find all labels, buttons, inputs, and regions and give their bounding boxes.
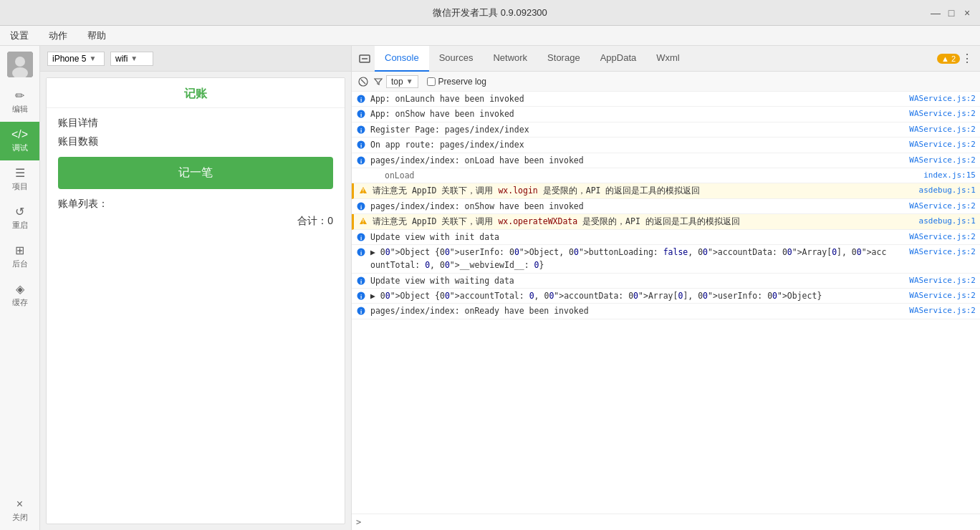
sidebar-label-project: 项目	[12, 181, 28, 192]
log-source[interactable]: WAService.js:2	[890, 200, 976, 213]
sidebar-label-cache: 缓存	[12, 297, 28, 308]
log-text: Update view with init data	[370, 231, 890, 244]
tab-sources[interactable]: Sources	[429, 46, 484, 72]
log-source[interactable]: WAService.js:2	[890, 274, 976, 287]
maximize-button[interactable]: □	[946, 7, 957, 19]
preserve-log-checkbox[interactable]	[427, 77, 436, 86]
minimize-button[interactable]: —	[930, 7, 941, 19]
sidebar-item-cache[interactable]: ◈ 缓存	[0, 276, 39, 315]
sidebar-item-edit[interactable]: ✏ 编辑	[0, 83, 39, 122]
log-text: Update view with waiting data	[370, 274, 890, 287]
log-icon: i	[356, 247, 366, 257]
sidebar-item-backend[interactable]: ⊞ 后台	[0, 238, 39, 276]
console-log[interactable]: iApp: onLaunch have been invokedWAServic…	[352, 92, 980, 514]
log-entry[interactable]: !请注意无 AppID 关联下，调用 wx.login 是受限的，API 的返回…	[352, 183, 980, 198]
tab-console[interactable]: Console	[375, 46, 429, 72]
context-arrow-icon: ▼	[406, 77, 413, 85]
log-icon: i	[356, 125, 366, 135]
bill-list-label: 账单列表：	[58, 198, 333, 211]
main-container: ✏ 编辑 </> 调试 ☰ 项目 ↺ 重启 ⊞ 后台 ◈ 缓存 × 关闭	[0, 46, 980, 530]
log-icon: i	[356, 306, 366, 316]
tab-storage[interactable]: Storage	[537, 46, 590, 72]
tab-appdata[interactable]: AppData	[590, 46, 647, 72]
log-text: App: onLaunch have been invoked	[370, 92, 890, 105]
menu-help[interactable]: 帮助	[85, 28, 109, 44]
log-entry[interactable]: i▶ 00">Object {00">userInfo: 00">Object,…	[352, 245, 980, 274]
close-button[interactable]: ×	[961, 7, 973, 19]
warning-badge: ▲ 2	[937, 54, 960, 64]
log-entry[interactable]: iApp: onShow have been invokedWAService.…	[352, 107, 980, 122]
record-button[interactable]: 记一笔	[58, 157, 333, 189]
titlebar-controls: — □ ×	[930, 7, 973, 19]
log-source[interactable]: WAService.js:2	[890, 138, 976, 151]
log-text: pages/index/index: onReady have been inv…	[370, 304, 890, 317]
log-entry[interactable]: ipages/index/index: onShow have been inv…	[352, 199, 980, 214]
sidebar-item-restart[interactable]: ↺ 重启	[0, 199, 39, 238]
network-selector[interactable]: wifi ▼	[110, 52, 153, 66]
sidebar-label-debug: 调试	[12, 143, 28, 153]
log-source[interactable]: asdebug.js:1	[890, 215, 976, 228]
log-source[interactable]: WAService.js:2	[890, 107, 976, 120]
bill-total: 合计：0	[58, 215, 333, 228]
log-entry[interactable]: ipages/index/index: onLoad have been inv…	[352, 153, 980, 168]
log-text: 请注意无 AppID 关联下，调用 wx.operateWXData 是受限的，…	[373, 215, 890, 228]
log-source[interactable]: WAService.js:2	[890, 231, 976, 244]
log-entry[interactable]: i▶ 00">Object {00">accountTotal: 0, 00">…	[352, 289, 980, 304]
log-source[interactable]: WAService.js:2	[890, 154, 976, 167]
log-entry[interactable]: iUpdate view with init dataWAService.js:…	[352, 230, 980, 245]
clear-console-button[interactable]	[356, 74, 370, 89]
tab-network[interactable]: Network	[483, 46, 537, 72]
backend-icon: ⊞	[15, 245, 24, 256]
sidebar-item-close[interactable]: × 关闭	[0, 491, 39, 530]
tab-storage-label: Storage	[547, 52, 580, 63]
log-entry[interactable]: iUpdate view with waiting dataWAService.…	[352, 274, 980, 289]
tab-sources-label: Sources	[439, 52, 474, 63]
console-input[interactable]	[365, 517, 976, 527]
log-source[interactable]: WAService.js:2	[890, 246, 976, 259]
network-name: wifi	[115, 54, 128, 64]
context-selector[interactable]: top ▼	[386, 75, 418, 88]
edit-icon: ✏	[15, 90, 24, 102]
sidebar-label-restart: 重启	[12, 220, 28, 231]
log-entry[interactable]: ipages/index/index: onReady have been in…	[352, 304, 980, 319]
warning-badge-text: ▲ 2	[941, 54, 956, 63]
log-source[interactable]: index.js:15	[890, 169, 976, 182]
log-text: App: onShow have been invoked	[370, 107, 890, 120]
tab-wxml[interactable]: Wxml	[646, 46, 690, 72]
log-entry[interactable]: iOn app route: pages/index/indexWAServic…	[352, 138, 980, 153]
avatar	[7, 52, 33, 77]
tab-console-label: Console	[385, 52, 419, 63]
log-icon: i	[356, 291, 366, 301]
project-icon: ☰	[15, 168, 25, 179]
log-text: ▶ 00">Object {00">userInfo: 00">Object, …	[370, 246, 890, 272]
log-source[interactable]: WAService.js:2	[890, 92, 976, 105]
svg-point-1	[15, 57, 25, 67]
log-entry[interactable]: iApp: onLaunch have been invokedWAServic…	[352, 92, 980, 107]
sidebar-item-debug[interactable]: </> 调试	[0, 122, 39, 160]
devtools-menu-button[interactable]: ⋮	[960, 52, 974, 66]
log-text: pages/index/index: onShow have been invo…	[370, 200, 890, 213]
log-entry[interactable]: !请注意无 AppID 关联下，调用 wx.operateWXData 是受限的…	[352, 214, 980, 229]
log-icon: i	[356, 201, 366, 211]
log-source[interactable]: WAService.js:2	[890, 304, 976, 317]
devtools-panel: Console Sources Network Storage AppData …	[352, 46, 980, 530]
log-source[interactable]: WAService.js:2	[890, 289, 976, 302]
log-icon: i	[356, 232, 366, 242]
sidebar-item-project[interactable]: ☰ 项目	[0, 160, 39, 199]
log-entry[interactable]: iRegister Page: pages/index/indexWAServi…	[352, 122, 980, 138]
log-entry[interactable]: onLoadindex.js:15	[352, 168, 980, 183]
preserve-log-label[interactable]: Preserve log	[438, 77, 486, 87]
menu-settings[interactable]: 设置	[7, 28, 32, 44]
svg-text:!: !	[362, 188, 365, 195]
log-text: ▶ 00">Object {00">accountTotal: 0, 00">a…	[370, 289, 890, 302]
sidebar-label-backend: 后台	[12, 259, 28, 269]
log-text: Register Page: pages/index/index	[370, 123, 890, 136]
device-selector[interactable]: iPhone 5 ▼	[47, 52, 105, 66]
network-arrow-icon: ▼	[130, 54, 138, 62]
menu-actions[interactable]: 动作	[46, 28, 70, 44]
log-source[interactable]: WAService.js:2	[890, 123, 976, 136]
preview-panel: iPhone 5 ▼ wifi ▼ 记账 账目详情 账目数额 记一笔 账单列表：…	[40, 46, 352, 530]
log-source[interactable]: asdebug.js:1	[890, 184, 976, 197]
log-icon: i	[356, 140, 366, 150]
sidebar-label-close: 关闭	[12, 512, 28, 523]
